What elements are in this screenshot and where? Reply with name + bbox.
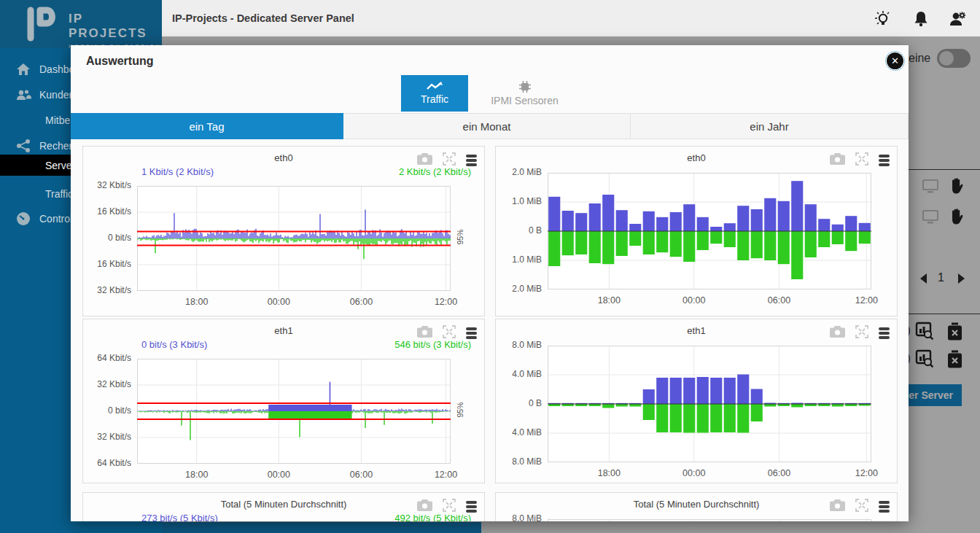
y-axis-tick: 32 Kbit/s (86, 180, 131, 190)
x-axis-tick: 12:00 (855, 295, 878, 306)
subtab-ein-tag[interactable]: ein Tag (71, 113, 343, 139)
auswertung-modal: Auswertung ✕ Traffic IPMI Sensoren ein T… (71, 45, 909, 521)
chart-menu-icon[interactable] (466, 501, 477, 513)
app-title: IP-Projects - Dedicated Server Panel (172, 12, 354, 24)
y-axis-tick: 32 Kbit/s (86, 285, 131, 295)
outbound-label: 2 Kbit/s (2 Kbit/s) (399, 166, 471, 177)
notifications-bell-icon[interactable] (911, 9, 930, 28)
chart-canvas (137, 186, 451, 291)
x-axis-tick: 00:00 (682, 468, 705, 478)
sidebar-item-label: Kunder (39, 89, 72, 101)
fullscreen-expand-icon[interactable] (855, 325, 868, 341)
x-axis-tick: 00:00 (268, 470, 290, 480)
logo-name: IP PROJECTS (69, 12, 162, 41)
logo-mark-icon (20, 6, 58, 42)
chart-toolbar (830, 152, 890, 168)
y-axis-tick: 0 B (497, 225, 542, 236)
y-axis-tick: 32 Kbit/s (86, 432, 131, 442)
tab-ipmi-sensoren[interactable]: IPMI Sensoren (468, 75, 581, 112)
snapshot-camera-icon[interactable] (417, 326, 432, 341)
outbound-label: 546 bit/s (3 Kbit/s) (394, 339, 471, 350)
snapshot-camera-icon[interactable] (830, 499, 845, 514)
chart-menu-icon[interactable] (466, 327, 477, 339)
x-axis-tick: 12:00 (435, 297, 457, 307)
inbound-label: 1 Kbit/s (2 Kbit/s) (141, 166, 214, 177)
y-axis-tick: 32 Kbit/s (86, 379, 131, 389)
inbound-label: 0 bit/s (3 Kbit/s) (141, 339, 207, 350)
x-axis-tick: 18:00 (598, 468, 621, 478)
x-axis-tick: 18:00 (185, 470, 208, 480)
chart-canvas (548, 519, 871, 521)
subtab-ein-jahr[interactable]: ein Jahr (631, 113, 909, 139)
tab-traffic[interactable]: Traffic (401, 75, 468, 112)
line-chart-icon (427, 82, 443, 91)
y-axis-tick: 16 Kbit/s (86, 206, 131, 217)
sidebar-item-label: Mitbe (45, 114, 70, 126)
chart-canvas (548, 173, 871, 289)
fullscreen-expand-icon[interactable] (855, 499, 868, 515)
x-axis-tick: 12:00 (435, 470, 457, 480)
share-icon (16, 139, 31, 153)
x-axis-tick: 06:00 (768, 295, 790, 306)
snapshot-camera-icon[interactable] (417, 153, 432, 168)
y-axis-tick: 64 Kbit/s (86, 458, 131, 468)
chart-toolbar (830, 325, 890, 341)
y-axis-tick: 8.0 MiB (497, 456, 542, 467)
y-axis-tick: 8.0 MiB (497, 340, 542, 350)
y-axis-tick: 16 Kbit/s (86, 259, 131, 269)
snapshot-camera-icon[interactable] (417, 499, 432, 514)
y-axis-tick: 0 B (497, 398, 542, 408)
x-axis-tick: 06:00 (350, 470, 373, 480)
chip-icon (518, 81, 532, 93)
x-axis-tick: 18:00 (598, 295, 621, 306)
chart-menu-icon[interactable] (879, 501, 890, 513)
close-icon[interactable]: ✕ (887, 52, 903, 69)
y-axis-tick: 8.0 MiB (497, 513, 542, 521)
chart-card-eth1: eth10 bit/s (3 Kbit/s)546 bit/s (3 Kbit/… (82, 319, 485, 483)
outbound-label: 492 bit/s (5 Kbit/s) (394, 513, 471, 521)
snapshot-camera-icon[interactable] (830, 326, 845, 341)
y-axis-tick: 2.0 MiB (497, 167, 542, 177)
chart-canvas (548, 346, 871, 462)
y-axis-tick: 1.0 MiB (497, 196, 542, 206)
snapshot-camera-icon[interactable] (830, 153, 845, 168)
modal-title: Auswertung (86, 55, 153, 68)
chart-card-total-5-minuten-durchschnitt-: Total (5 Minuten Durchschnitt)273 bit/s … (82, 492, 485, 521)
user-settings-icon[interactable] (948, 9, 967, 28)
gauge-icon (16, 211, 31, 226)
y-axis-tick: 1.0 MiB (497, 254, 542, 265)
chart-card-eth0: eth01 Kbit/s (2 Kbit/s)2 Kbit/s (2 Kbit/… (82, 146, 485, 316)
chart-card-eth0: eth02.0 MiB1.0 MiB0 B1.0 MiB2.0 MiB18:00… (495, 146, 898, 316)
logo[interactable]: IP PROJECTS HOSTING BY PASSION (0, 0, 162, 48)
sidebar-item-label: Control (39, 213, 72, 225)
subtab-ein-monat[interactable]: ein Monat (343, 113, 631, 139)
x-axis-tick: 06:00 (768, 468, 790, 478)
chart-card-eth1: eth18.0 MiB4.0 MiB0 B4.0 MiB8.0 MiB18:00… (495, 319, 898, 483)
x-axis-tick: 18:00 (185, 297, 208, 307)
percentile-label: 95% (456, 229, 464, 244)
fullscreen-expand-icon[interactable] (855, 152, 868, 168)
percentile-label: 95% (456, 402, 464, 417)
chart-card-total-5-minuten-durchschnitt-: Total (5 Minuten Durchschnitt)8.0 MiB4.0… (495, 492, 898, 521)
y-axis-tick: 2.0 MiB (497, 284, 542, 294)
chart-menu-icon[interactable] (879, 155, 890, 166)
idea-bulb-icon[interactable] (874, 9, 892, 28)
tab-ipmi-label: IPMI Sensoren (491, 95, 559, 106)
y-axis-tick: 4.0 MiB (497, 369, 542, 379)
sidebar-item-label: Dashbo (39, 63, 74, 75)
x-axis-tick: 00:00 (682, 295, 705, 306)
users-icon (16, 87, 31, 102)
x-axis-tick: 00:00 (268, 297, 290, 307)
x-axis-tick: 12:00 (855, 468, 878, 478)
sidebar-item-label: Recher (39, 140, 72, 152)
chart-menu-icon[interactable] (879, 327, 890, 339)
y-axis-tick: 4.0 MiB (497, 427, 542, 437)
tab-traffic-label: Traffic (421, 93, 448, 105)
chart-toolbar (830, 499, 890, 515)
chart-canvas (137, 359, 451, 464)
y-axis-tick: 0 bit/s (86, 405, 131, 416)
inbound-label: 273 bit/s (5 Kbit/s) (141, 513, 218, 521)
y-axis-tick: 0 bit/s (86, 233, 131, 243)
chart-menu-icon[interactable] (466, 155, 477, 166)
sidebar-item-label: Traffic (45, 188, 73, 200)
